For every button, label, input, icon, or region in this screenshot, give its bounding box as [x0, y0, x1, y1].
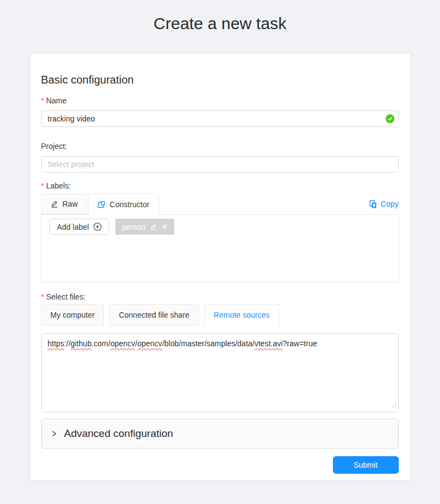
tab-raw[interactable]: Raw	[41, 193, 87, 214]
required-asterisk: *	[41, 95, 44, 106]
labels-tabs: Raw Constructor Copy	[41, 193, 399, 214]
page-title: Create a new task	[0, 13, 440, 34]
edit-icon	[51, 200, 58, 208]
plus-circle-icon	[93, 223, 102, 231]
name-label: * Name	[41, 95, 399, 106]
submit-button[interactable]: Submit	[333, 456, 399, 474]
select-files-label: * Select files:	[41, 291, 399, 302]
advanced-configuration-header[interactable]: Advanced configuration	[41, 419, 399, 448]
file-source-tabs: My computer Connected file share Remote …	[41, 304, 399, 326]
section-title: Basic configuration	[41, 73, 399, 86]
resize-handle[interactable]	[392, 400, 397, 411]
label-tag-name: person	[122, 223, 146, 231]
name-input[interactable]	[41, 110, 399, 127]
chevron-right-icon	[51, 430, 57, 437]
copy-labels-link[interactable]: Copy	[369, 200, 399, 208]
labels-constructor-panel: Add label person ✕	[41, 214, 399, 283]
remote-urls-text: https://github.com/opencv/opencv/blob/ma…	[48, 338, 392, 349]
tab-my-computer[interactable]: My computer	[41, 304, 104, 326]
required-asterisk: *	[41, 180, 44, 191]
tab-connected-file-share[interactable]: Connected file share	[109, 304, 198, 326]
project-select-input[interactable]	[41, 156, 399, 173]
tab-constructor[interactable]: Constructor	[88, 193, 159, 215]
block-icon	[98, 201, 105, 208]
check-circle-icon	[386, 114, 394, 123]
label-tag-person: person ✕	[115, 219, 175, 235]
create-task-card: Basic configuration * Name Project: * La…	[30, 53, 411, 481]
remote-urls-textarea[interactable]: https://github.com/opencv/opencv/blob/ma…	[41, 333, 399, 412]
required-asterisk: *	[41, 291, 44, 302]
labels-label: * Labels:	[41, 180, 399, 191]
tab-remote-sources[interactable]: Remote sources	[204, 304, 279, 326]
copy-icon	[369, 200, 377, 208]
add-label-button[interactable]: Add label	[49, 219, 109, 235]
project-label: Project:	[41, 141, 399, 152]
close-icon[interactable]: ✕	[161, 223, 168, 231]
edit-icon[interactable]	[150, 223, 157, 230]
